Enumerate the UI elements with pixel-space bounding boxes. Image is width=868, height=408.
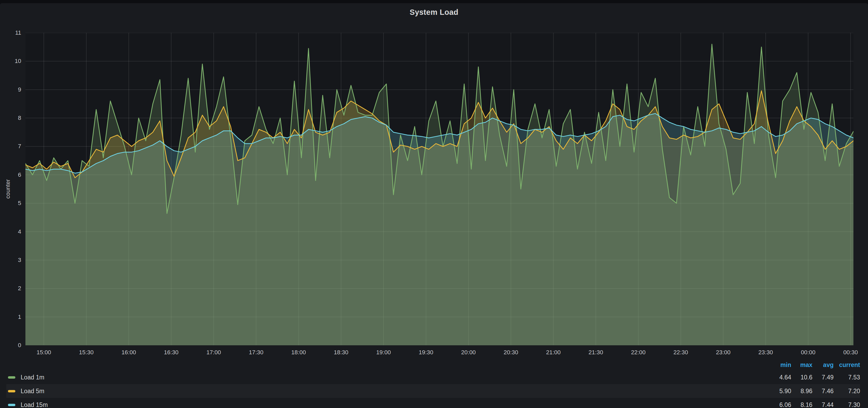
graph-canvas[interactable] (25, 33, 854, 345)
legend-row-load-5m[interactable]: Load 5m 5.90 8.96 7.46 7.20 (6, 384, 860, 398)
x-tick-label: 19:00 (369, 349, 398, 356)
y-tick-label: 8 (0, 114, 21, 122)
y-axis-title: counter (4, 179, 11, 198)
y-tick-label: 4 (0, 228, 21, 235)
x-tick-label: 15:30 (72, 349, 101, 356)
x-tick-label: 16:00 (114, 349, 143, 356)
load-1m-label[interactable]: Load 1m (21, 374, 44, 381)
x-tick-label: 18:30 (327, 349, 355, 356)
load-15m-min: 6.06 (770, 401, 791, 408)
grafana-panel-screenshot: System Load counter 01234567891011 15:00… (0, 0, 868, 408)
legend-header-current[interactable]: current (834, 362, 860, 369)
x-tick-label: 16:30 (157, 349, 186, 356)
panel-title[interactable]: System Load (0, 8, 868, 17)
legend-header-avg[interactable]: avg (812, 362, 834, 369)
y-tick-label: 6 (0, 171, 21, 178)
graph-panel: System Load counter 01234567891011 15:00… (0, 3, 868, 408)
load-15m-max: 8.16 (791, 401, 812, 408)
x-tick-label: 20:00 (454, 349, 483, 356)
load-1m-color-swatch[interactable] (8, 376, 16, 379)
x-tick-label: 19:30 (411, 349, 441, 356)
legend-stats-header: min max avg current (6, 359, 860, 370)
y-tick-label: 2 (0, 285, 21, 292)
x-tick-label: 23:00 (709, 349, 738, 356)
x-tick-label: 22:00 (624, 349, 653, 356)
x-tick-label: 17:00 (199, 349, 228, 356)
load-1m-current: 7.53 (834, 374, 860, 381)
y-tick-label: 0 (0, 342, 21, 349)
load-15m-color-swatch[interactable] (8, 404, 16, 406)
legend-header-max[interactable]: max (791, 362, 812, 369)
load-1m-min: 4.64 (770, 374, 791, 381)
system-load-chart[interactable] (25, 33, 854, 345)
load-15m-label[interactable]: Load 15m (21, 401, 48, 408)
y-tick-label: 7 (0, 143, 21, 150)
legend-header-min[interactable]: min (770, 362, 791, 369)
x-tick-label: 00:00 (794, 349, 823, 356)
x-tick-label: 22:30 (666, 349, 695, 356)
load-5m-max: 8.96 (791, 387, 812, 395)
load-5m-min: 5.90 (770, 387, 791, 395)
legend-row-load-1m[interactable]: Load 1m 4.64 10.6 7.49 7.53 (6, 370, 860, 384)
load-5m-current: 7.20 (834, 387, 860, 395)
load-5m-color-swatch[interactable] (8, 390, 16, 393)
x-tick-label: 00:30 (836, 349, 865, 356)
x-tick-label: 17:30 (242, 349, 271, 356)
x-tick-label: 18:00 (284, 349, 313, 356)
x-tick-label: 20:30 (496, 349, 525, 356)
load-1m-max: 10.6 (791, 374, 812, 381)
load-15m-avg: 7.44 (812, 401, 834, 408)
y-tick-label: 10 (0, 58, 21, 65)
load-5m-avg: 7.46 (812, 387, 834, 395)
series-fill-load-15m (25, 113, 854, 345)
x-tick-label: 15:00 (29, 349, 58, 356)
y-tick-label: 9 (0, 86, 21, 93)
y-tick-label: 5 (0, 200, 21, 207)
legend-row-load-15m[interactable]: Load 15m 6.06 8.16 7.44 7.30 (6, 398, 860, 408)
y-tick-label: 1 (0, 313, 21, 320)
load-15m-current: 7.30 (834, 401, 860, 408)
legend: min max avg current Load 1m 4.64 10.6 7.… (6, 359, 860, 408)
y-tick-label: 3 (0, 257, 21, 264)
x-tick-label: 21:00 (539, 349, 568, 356)
load-5m-label[interactable]: Load 5m (21, 387, 44, 395)
load-1m-avg: 7.49 (812, 374, 834, 381)
top-strip (0, 0, 868, 3)
x-tick-label: 23:30 (751, 349, 780, 356)
y-tick-label: 11 (0, 29, 21, 36)
x-tick-label: 21:30 (581, 349, 610, 356)
